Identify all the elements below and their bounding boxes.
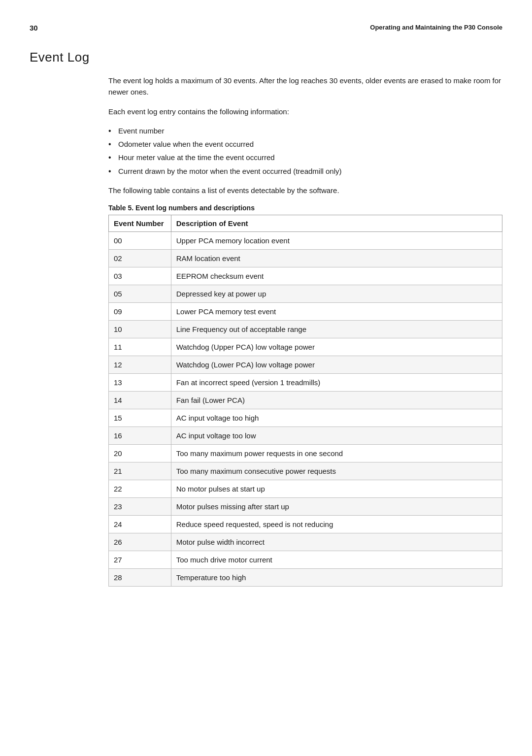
event-number-cell: 27	[109, 551, 171, 569]
col-header-description: Description of Event	[171, 215, 502, 232]
page-header: 30 Operating and Maintaining the P30 Con…	[30, 24, 502, 32]
event-description-cell: Motor pulses missing after start up	[171, 498, 502, 516]
table-row: 27Too much drive motor current	[109, 551, 502, 569]
event-description-cell: Line Frequency out of acceptable range	[171, 321, 502, 338]
event-description-cell: Too many maximum power requests in one s…	[171, 445, 502, 462]
table-row: 12Watchdog (Lower PCA) low voltage power	[109, 356, 502, 374]
event-description-cell: AC input voltage too high	[171, 409, 502, 427]
table-caption: Table 5. Event log numbers and descripti…	[108, 204, 502, 212]
event-number-cell: 26	[109, 533, 171, 551]
event-description-cell: Lower PCA memory test event	[171, 303, 502, 321]
table-row: 28Temperature too high	[109, 569, 502, 587]
table-row: 15AC input voltage too high	[109, 409, 502, 427]
table-row: 09Lower PCA memory test event	[109, 303, 502, 321]
event-description-cell: Fan fail (Lower PCA)	[171, 392, 502, 409]
bullet-item-1: Event number	[108, 125, 502, 136]
content-area: The event log holds a maximum of 30 even…	[108, 75, 502, 587]
table-row: 11Watchdog (Upper PCA) low voltage power	[109, 338, 502, 356]
event-description-cell: No motor pulses at start up	[171, 480, 502, 498]
bullet-item-3: Hour meter value at the time the event o…	[108, 152, 502, 163]
table-header-row: Event Number Description of Event	[109, 215, 502, 232]
event-description-cell: Watchdog (Lower PCA) low voltage power	[171, 356, 502, 374]
event-number-cell: 03	[109, 267, 171, 285]
paragraph-3: The following table contains a list of e…	[108, 185, 502, 196]
event-description-cell: Watchdog (Upper PCA) low voltage power	[171, 338, 502, 356]
table-row: 14Fan fail (Lower PCA)	[109, 392, 502, 409]
event-number-cell: 14	[109, 392, 171, 409]
event-number-cell: 24	[109, 516, 171, 533]
table-row: 02RAM location event	[109, 250, 502, 267]
header-title: Operating and Maintaining the P30 Consol…	[370, 24, 502, 31]
table-row: 26Motor pulse width incorrect	[109, 533, 502, 551]
event-number-cell: 16	[109, 427, 171, 445]
event-description-cell: Temperature too high	[171, 569, 502, 587]
table-row: 03EEPROM checksum event	[109, 267, 502, 285]
table-row: 22No motor pulses at start up	[109, 480, 502, 498]
event-number-cell: 09	[109, 303, 171, 321]
event-number-cell: 21	[109, 462, 171, 480]
event-description-cell: Too much drive motor current	[171, 551, 502, 569]
event-table: Event Number Description of Event 00Uppe…	[108, 215, 502, 587]
intro-paragraph-2: Each event log entry contains the follow…	[108, 106, 502, 117]
bullet-list: Event number Odometer value when the eve…	[108, 125, 502, 177]
event-description-cell: Depressed key at power up	[171, 285, 502, 303]
table-row: 21Too many maximum consecutive power req…	[109, 462, 502, 480]
table-row: 05Depressed key at power up	[109, 285, 502, 303]
event-number-cell: 23	[109, 498, 171, 516]
event-number-cell: 02	[109, 250, 171, 267]
table-row: 24Reduce speed requested, speed is not r…	[109, 516, 502, 533]
col-header-event: Event Number	[109, 215, 171, 232]
event-number-cell: 12	[109, 356, 171, 374]
table-row: 10Line Frequency out of acceptable range	[109, 321, 502, 338]
table-row: 23Motor pulses missing after start up	[109, 498, 502, 516]
event-description-cell: EEPROM checksum event	[171, 267, 502, 285]
event-description-cell: Too many maximum consecutive power reque…	[171, 462, 502, 480]
event-number-cell: 20	[109, 445, 171, 462]
event-number-cell: 05	[109, 285, 171, 303]
section-title: Event Log	[30, 50, 502, 65]
event-description-cell: Fan at incorrect speed (version 1 treadm…	[171, 374, 502, 392]
table-row: 00Upper PCA memory location event	[109, 232, 502, 250]
page: 30 Operating and Maintaining the P30 Con…	[0, 0, 532, 756]
bullet-item-4: Current drawn by the motor when the even…	[108, 165, 502, 177]
event-description-cell: Reduce speed requested, speed is not red…	[171, 516, 502, 533]
event-number-cell: 11	[109, 338, 171, 356]
table-row: 16AC input voltage too low	[109, 427, 502, 445]
page-number: 30	[30, 24, 38, 32]
event-description-cell: Upper PCA memory location event	[171, 232, 502, 250]
intro-paragraph-1: The event log holds a maximum of 30 even…	[108, 75, 502, 98]
event-number-cell: 22	[109, 480, 171, 498]
table-row: 13Fan at incorrect speed (version 1 trea…	[109, 374, 502, 392]
table-row: 20Too many maximum power requests in one…	[109, 445, 502, 462]
event-description-cell: RAM location event	[171, 250, 502, 267]
event-number-cell: 13	[109, 374, 171, 392]
bullet-item-2: Odometer value when the event occurred	[108, 138, 502, 150]
event-description-cell: Motor pulse width incorrect	[171, 533, 502, 551]
event-number-cell: 00	[109, 232, 171, 250]
event-description-cell: AC input voltage too low	[171, 427, 502, 445]
event-number-cell: 15	[109, 409, 171, 427]
event-number-cell: 10	[109, 321, 171, 338]
event-number-cell: 28	[109, 569, 171, 587]
